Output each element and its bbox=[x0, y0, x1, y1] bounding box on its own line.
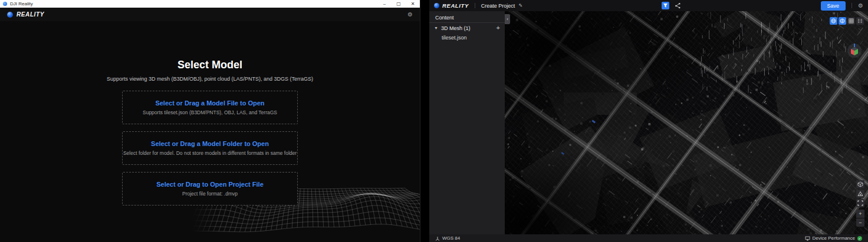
city-mesh-render bbox=[505, 11, 868, 234]
filter-tool-button[interactable] bbox=[662, 2, 669, 9]
zoom-out-button[interactable]: − bbox=[856, 218, 864, 227]
item-label: tileset.json bbox=[442, 35, 467, 41]
header-tools bbox=[522, 2, 820, 9]
performance-label: Device Performance bbox=[813, 236, 855, 241]
globe-view-button[interactable] bbox=[830, 17, 837, 25]
reality-logo-icon bbox=[434, 3, 439, 8]
sidebar-title: Content bbox=[429, 13, 505, 23]
minimize-button[interactable]: – bbox=[377, 0, 392, 8]
dropzone-title: Select or Drag a Model Folder to Open bbox=[151, 140, 269, 147]
grid-view-button[interactable] bbox=[847, 17, 855, 25]
dropzone-title: Select or Drag a Model File to Open bbox=[155, 100, 264, 107]
dropzone-project-file[interactable]: Select or Drag to Open Project File Proj… bbox=[122, 172, 298, 205]
zoom-controls: + − bbox=[856, 210, 864, 227]
share-nodes-icon bbox=[675, 2, 681, 9]
desktop: DJI Reality – ▢ ✕ REALITY ⚙ Select Model… bbox=[0, 0, 868, 242]
settings-gear-icon[interactable]: ⚙ bbox=[858, 2, 863, 9]
project-name[interactable]: Create Project bbox=[481, 3, 515, 9]
divider bbox=[475, 3, 475, 8]
viewport-side-tools: + − bbox=[856, 180, 864, 227]
zoom-in-button[interactable]: + bbox=[856, 210, 864, 218]
dropzone-subtitle: Supports tileset.json (B3DM/PNTS), OBJ, … bbox=[143, 110, 277, 115]
app-icon bbox=[3, 2, 7, 6]
dropzone-subtitle: Project file format: .dmvp bbox=[182, 191, 238, 197]
settings-gear-icon[interactable]: ⚙ bbox=[407, 11, 413, 18]
add-model-button[interactable]: + bbox=[497, 25, 500, 31]
globe-grid-icon bbox=[840, 18, 845, 24]
window-titlebar[interactable]: DJI Reality – ▢ ✕ bbox=[0, 0, 420, 8]
close-button[interactable]: ✕ bbox=[406, 0, 420, 8]
content-sidebar: Content ▼ 3D Mesh (1) + tileset.json bbox=[429, 11, 505, 234]
globe-icon bbox=[831, 18, 836, 24]
reality-launcher-window: DJI Reality – ▢ ✕ REALITY ⚙ Select Model… bbox=[0, 0, 420, 242]
window-controls: – ▢ ✕ bbox=[377, 0, 420, 8]
save-button[interactable]: Save bbox=[821, 1, 846, 11]
reset-view-button[interactable] bbox=[856, 180, 864, 188]
fullscreen-icon bbox=[857, 200, 863, 206]
triangle-level-icon bbox=[857, 191, 863, 197]
dropzone-model-folder[interactable]: Select or Drag a Model Folder to Open Se… bbox=[122, 131, 298, 165]
viewer-main: Content ▼ 3D Mesh (1) + tileset.json ‹ bbox=[429, 11, 868, 234]
cube-icon bbox=[857, 181, 863, 187]
dropzone-title: Select or Drag to Open Project File bbox=[156, 181, 264, 188]
3d-viewport[interactable]: + − bbox=[505, 11, 868, 234]
share-tool-button[interactable] bbox=[674, 2, 682, 9]
window-title: DJI Reality bbox=[10, 1, 33, 6]
page-title: Select Model bbox=[0, 59, 420, 71]
edit-project-name-icon[interactable]: ✎ bbox=[518, 3, 522, 8]
level-tool-button[interactable] bbox=[856, 190, 864, 198]
reality-logo-icon bbox=[7, 12, 13, 18]
caret-down-icon[interactable]: ▼ bbox=[434, 26, 438, 30]
viewport-view-buttons bbox=[830, 17, 864, 25]
status-ok-icon: ✓ bbox=[857, 236, 862, 241]
performance-monitor-icon bbox=[805, 236, 810, 241]
maximize-button[interactable]: ▢ bbox=[392, 0, 406, 8]
dropzone-list: Select or Drag a Model File to Open Supp… bbox=[122, 91, 298, 205]
brand-name: REALITY bbox=[17, 11, 44, 18]
divider bbox=[851, 3, 852, 8]
crs-label: WGS 84 bbox=[442, 236, 460, 241]
dropzone-subtitle: Select folder for model. Do not store mo… bbox=[123, 150, 297, 156]
launcher-body: Select Model Supports viewing 3D mesh (B… bbox=[0, 21, 420, 242]
layers-panel-button[interactable] bbox=[856, 17, 864, 25]
fullscreen-button[interactable] bbox=[856, 199, 864, 207]
app-header: REALITY ⚙ bbox=[0, 8, 420, 21]
reality-viewer-window: REALITY Create Project ✎ bbox=[429, 0, 868, 242]
crs-axes-icon bbox=[435, 236, 440, 241]
sidebar-group-3d-mesh[interactable]: ▼ 3D Mesh (1) + bbox=[429, 23, 505, 33]
dropzone-model-file[interactable]: Select or Drag a Model File to Open Supp… bbox=[122, 91, 298, 124]
group-label: 3D Mesh (1) bbox=[441, 25, 471, 31]
brand-name: REALITY bbox=[442, 2, 469, 9]
viewer-header: REALITY Create Project ✎ bbox=[429, 0, 868, 11]
sidebar-item-tileset[interactable]: tileset.json bbox=[429, 33, 505, 42]
page-subtitle: Supports viewing 3D mesh (B3DM/OBJ), poi… bbox=[0, 76, 420, 82]
layers-list-icon bbox=[857, 18, 863, 24]
filter-icon bbox=[663, 3, 668, 8]
orientation-gizmo[interactable] bbox=[847, 42, 862, 58]
terrain-globe-button[interactable] bbox=[839, 17, 846, 25]
grid-icon bbox=[849, 18, 854, 24]
viewer-statusbar: WGS 84 Device Performance ✓ bbox=[429, 234, 868, 242]
device-performance-indicator[interactable]: Device Performance ✓ bbox=[805, 236, 862, 241]
crs-indicator: WGS 84 bbox=[435, 236, 460, 241]
sidebar-title-label: Content bbox=[435, 15, 454, 21]
sidebar-collapse-button[interactable]: ‹ bbox=[505, 14, 510, 24]
